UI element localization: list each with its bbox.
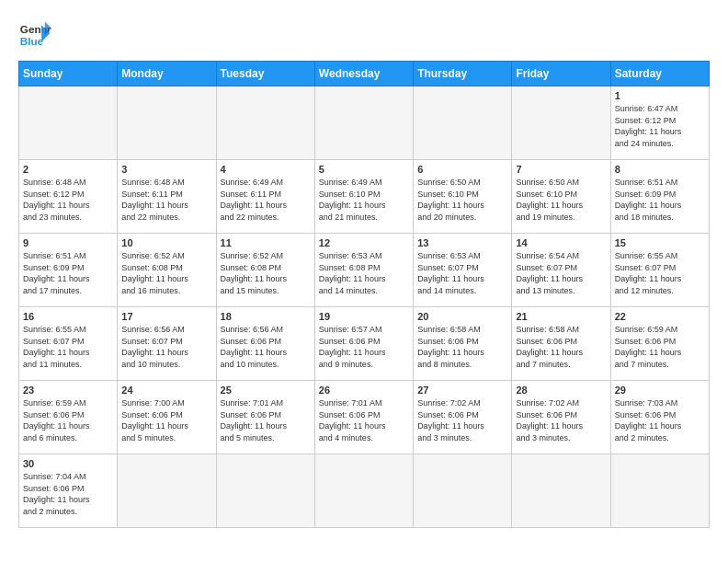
calendar-week-row: 23Sunrise: 6:59 AM Sunset: 6:06 PM Dayli… — [19, 381, 710, 454]
day-number: 13 — [417, 237, 507, 248]
day-number: 18 — [221, 311, 311, 322]
day-number: 15 — [615, 237, 705, 248]
calendar-week-row: 16Sunrise: 6:55 AM Sunset: 6:07 PM Dayli… — [19, 307, 710, 381]
calendar-cell: 9Sunrise: 6:51 AM Sunset: 6:09 PM Daylig… — [19, 234, 118, 307]
day-number: 3 — [121, 164, 211, 175]
calendar-cell: 12Sunrise: 6:53 AM Sunset: 6:08 PM Dayli… — [314, 234, 413, 307]
calendar-cell: 26Sunrise: 7:01 AM Sunset: 6:06 PM Dayli… — [314, 381, 413, 454]
day-info: Sunrise: 6:54 AM Sunset: 6:07 PM Dayligh… — [516, 250, 606, 296]
calendar-cell: 19Sunrise: 6:57 AM Sunset: 6:06 PM Dayli… — [314, 307, 413, 381]
day-number: 6 — [417, 164, 507, 175]
day-info: Sunrise: 6:51 AM Sunset: 6:09 PM Dayligh… — [615, 177, 705, 223]
day-info: Sunrise: 7:01 AM Sunset: 6:06 PM Dayligh… — [221, 397, 311, 443]
day-info: Sunrise: 7:01 AM Sunset: 6:06 PM Dayligh… — [319, 397, 409, 443]
day-number: 12 — [319, 237, 409, 248]
day-info: Sunrise: 6:52 AM Sunset: 6:08 PM Dayligh… — [121, 250, 211, 296]
day-header-friday: Friday — [512, 62, 610, 86]
calendar-week-row: 2Sunrise: 6:48 AM Sunset: 6:12 PM Daylig… — [19, 160, 710, 234]
day-info: Sunrise: 6:51 AM Sunset: 6:09 PM Dayligh… — [23, 250, 113, 296]
day-header-thursday: Thursday — [414, 62, 512, 86]
day-number: 14 — [516, 237, 606, 248]
calendar-cell: 23Sunrise: 6:59 AM Sunset: 6:06 PM Dayli… — [19, 381, 118, 454]
day-info: Sunrise: 7:00 AM Sunset: 6:06 PM Dayligh… — [121, 397, 211, 443]
day-number: 1 — [615, 90, 705, 101]
day-info: Sunrise: 6:49 AM Sunset: 6:10 PM Dayligh… — [319, 177, 409, 223]
day-info: Sunrise: 6:50 AM Sunset: 6:10 PM Dayligh… — [417, 177, 507, 223]
calendar-cell: 21Sunrise: 6:58 AM Sunset: 6:06 PM Dayli… — [512, 307, 610, 381]
calendar-cell: 7Sunrise: 6:50 AM Sunset: 6:10 PM Daylig… — [512, 160, 610, 234]
logo: General Blue — [18, 18, 51, 52]
calendar-week-row: 30Sunrise: 7:04 AM Sunset: 6:06 PM Dayli… — [19, 454, 710, 528]
day-info: Sunrise: 7:04 AM Sunset: 6:06 PM Dayligh… — [23, 471, 113, 517]
day-info: Sunrise: 6:57 AM Sunset: 6:06 PM Dayligh… — [319, 324, 409, 370]
day-info: Sunrise: 7:02 AM Sunset: 6:06 PM Dayligh… — [516, 397, 606, 443]
calendar-cell — [512, 454, 610, 528]
page-header: General Blue — [18, 18, 710, 52]
calendar-cell: 2Sunrise: 6:48 AM Sunset: 6:12 PM Daylig… — [19, 160, 118, 234]
calendar-cell: 10Sunrise: 6:52 AM Sunset: 6:08 PM Dayli… — [118, 234, 216, 307]
calendar-cell: 16Sunrise: 6:55 AM Sunset: 6:07 PM Dayli… — [19, 307, 118, 381]
day-number: 16 — [23, 311, 113, 322]
day-number: 27 — [417, 385, 507, 396]
day-info: Sunrise: 6:53 AM Sunset: 6:07 PM Dayligh… — [417, 250, 507, 296]
calendar-cell — [19, 86, 118, 160]
day-number: 29 — [615, 385, 705, 396]
day-info: Sunrise: 6:47 AM Sunset: 6:12 PM Dayligh… — [615, 103, 705, 149]
calendar-cell: 22Sunrise: 6:59 AM Sunset: 6:06 PM Dayli… — [610, 307, 709, 381]
day-number: 21 — [516, 311, 606, 322]
calendar-week-row: 1Sunrise: 6:47 AM Sunset: 6:12 PM Daylig… — [19, 86, 710, 160]
day-header-monday: Monday — [118, 62, 216, 86]
svg-text:Blue: Blue — [20, 35, 44, 47]
calendar-cell — [216, 86, 314, 160]
calendar-cell: 24Sunrise: 7:00 AM Sunset: 6:06 PM Dayli… — [118, 381, 216, 454]
day-info: Sunrise: 6:58 AM Sunset: 6:06 PM Dayligh… — [417, 324, 507, 370]
day-number: 30 — [23, 458, 113, 469]
calendar-cell: 8Sunrise: 6:51 AM Sunset: 6:09 PM Daylig… — [610, 160, 709, 234]
day-number: 5 — [319, 164, 409, 175]
day-number: 10 — [121, 237, 211, 248]
day-number: 28 — [516, 385, 606, 396]
day-info: Sunrise: 6:50 AM Sunset: 6:10 PM Dayligh… — [516, 177, 606, 223]
day-info: Sunrise: 6:48 AM Sunset: 6:12 PM Dayligh… — [23, 177, 113, 223]
day-info: Sunrise: 6:59 AM Sunset: 6:06 PM Dayligh… — [615, 324, 705, 370]
day-info: Sunrise: 6:55 AM Sunset: 6:07 PM Dayligh… — [615, 250, 705, 296]
calendar-cell: 28Sunrise: 7:02 AM Sunset: 6:06 PM Dayli… — [512, 381, 610, 454]
day-number: 2 — [23, 164, 113, 175]
calendar-cell: 20Sunrise: 6:58 AM Sunset: 6:06 PM Dayli… — [414, 307, 512, 381]
day-header-saturday: Saturday — [610, 62, 709, 86]
calendar-cell: 6Sunrise: 6:50 AM Sunset: 6:10 PM Daylig… — [414, 160, 512, 234]
calendar-cell: 17Sunrise: 6:56 AM Sunset: 6:07 PM Dayli… — [118, 307, 216, 381]
day-number: 23 — [23, 385, 113, 396]
calendar-header-row: SundayMondayTuesdayWednesdayThursdayFrid… — [19, 62, 710, 86]
logo-icon: General Blue — [18, 18, 51, 52]
calendar-cell: 18Sunrise: 6:56 AM Sunset: 6:06 PM Dayli… — [216, 307, 314, 381]
day-header-sunday: Sunday — [19, 62, 118, 86]
calendar-cell: 13Sunrise: 6:53 AM Sunset: 6:07 PM Dayli… — [414, 234, 512, 307]
day-info: Sunrise: 6:58 AM Sunset: 6:06 PM Dayligh… — [516, 324, 606, 370]
calendar-cell — [414, 86, 512, 160]
calendar-cell: 3Sunrise: 6:48 AM Sunset: 6:11 PM Daylig… — [118, 160, 216, 234]
calendar-cell: 30Sunrise: 7:04 AM Sunset: 6:06 PM Dayli… — [19, 454, 118, 528]
calendar-cell — [314, 86, 413, 160]
calendar-cell: 1Sunrise: 6:47 AM Sunset: 6:12 PM Daylig… — [610, 86, 709, 160]
calendar-cell — [118, 86, 216, 160]
day-header-tuesday: Tuesday — [216, 62, 314, 86]
calendar-cell: 29Sunrise: 7:03 AM Sunset: 6:06 PM Dayli… — [610, 381, 709, 454]
day-number: 25 — [221, 385, 311, 396]
calendar-cell — [118, 454, 216, 528]
calendar-cell — [610, 454, 709, 528]
day-info: Sunrise: 6:55 AM Sunset: 6:07 PM Dayligh… — [23, 324, 113, 370]
day-number: 20 — [417, 311, 507, 322]
day-info: Sunrise: 7:02 AM Sunset: 6:06 PM Dayligh… — [417, 397, 507, 443]
day-info: Sunrise: 6:56 AM Sunset: 6:06 PM Dayligh… — [221, 324, 311, 370]
day-info: Sunrise: 6:56 AM Sunset: 6:07 PM Dayligh… — [121, 324, 211, 370]
day-info: Sunrise: 6:59 AM Sunset: 6:06 PM Dayligh… — [23, 397, 113, 443]
calendar-cell — [216, 454, 314, 528]
day-number: 4 — [221, 164, 311, 175]
day-number: 7 — [516, 164, 606, 175]
day-info: Sunrise: 6:53 AM Sunset: 6:08 PM Dayligh… — [319, 250, 409, 296]
calendar-cell: 25Sunrise: 7:01 AM Sunset: 6:06 PM Dayli… — [216, 381, 314, 454]
calendar-cell: 11Sunrise: 6:52 AM Sunset: 6:08 PM Dayli… — [216, 234, 314, 307]
day-header-wednesday: Wednesday — [314, 62, 413, 86]
calendar-cell — [314, 454, 413, 528]
